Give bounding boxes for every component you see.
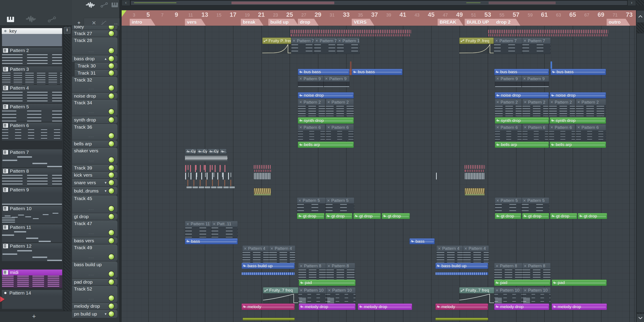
pattern-clip-pattern-7[interactable]: ✕Pattern 7 — [522, 37, 550, 54]
collapse-down-icon[interactable]: ▼ — [104, 181, 107, 184]
pattern-clip-pattern-6[interactable]: ✕Pattern 6 — [549, 124, 575, 141]
mute-led[interactable] — [108, 141, 115, 147]
pattern-clip-pattern-4[interactable]: ✕Pattern 4 — [463, 245, 489, 262]
pattern-item-header-key[interactable]: key — [2, 28, 62, 34]
collapse-down-icon[interactable]: ▼ — [104, 312, 107, 316]
audio-clip-gt-drop[interactable]: gt drop — [353, 213, 381, 219]
mute-led[interactable] — [108, 172, 115, 178]
timeline-marker-outro[interactable]: outro — [607, 19, 630, 26]
add-pattern-button[interactable]: + — [29, 313, 39, 321]
audio-clip-bus-bass[interactable]: bus bass — [550, 69, 606, 75]
pattern-clip-pattern-2[interactable]: ✕Pattern 2 — [298, 99, 325, 116]
picker-info-button[interactable]: I — [64, 27, 70, 34]
audio-clip-gt-drop[interactable]: gt drop — [495, 213, 521, 219]
pattern-clip-header[interactable]: ✕Pattern 8 — [494, 263, 522, 269]
pattern-clip-header[interactable]: ✕Patt..11 — [211, 221, 238, 227]
timeline-ruler[interactable]: 3579111315171921232527293133353739414345… — [122, 10, 636, 26]
audio-clip-bass-build-up[interactable]: bass build up — [435, 263, 488, 269]
timeline-marker-vers[interactable]: vers — [185, 19, 206, 26]
audio-clip-noise-drop[interactable]: noise drop — [550, 92, 606, 99]
pattern-clip-pattern-5[interactable]: ✕Pattern 5 — [297, 197, 326, 213]
automation-clip-header[interactable]: Fruity P..freq — [262, 37, 291, 44]
automation-clip-fruity-7-freq[interactable]: Fruity..7 freq — [459, 287, 494, 304]
audio-clip-noise-drop[interactable]: noise drop — [495, 92, 549, 99]
audio-clip-gt-drop[interactable]: gt drop — [550, 213, 577, 219]
playlist-grid[interactable]: Fruity P..freq✕Pattern 7✕Pattern 7✕Patte… — [122, 26, 636, 322]
pattern-clip-header[interactable]: ✕Pattern 5 — [297, 197, 326, 204]
pattern-clip-header[interactable]: ✕Pattern 2 — [576, 99, 606, 105]
pattern-clip-header[interactable]: ✕Pattern 9 — [324, 75, 350, 82]
audio-clip-synth-drop[interactable]: synth drop — [298, 117, 354, 124]
track-row-shaker-vers[interactable]: shaker vers... — [72, 148, 118, 164]
pattern-clip-pattern-7[interactable]: ✕Pattern 7 — [314, 37, 337, 54]
tick-clip[interactable] — [254, 165, 271, 172]
pattern-clip-header[interactable]: ✕Pattern 8 — [298, 263, 326, 269]
automation-clip-fruity-p-freq[interactable]: Fruity P..freq — [459, 37, 494, 54]
pattern-clip-header[interactable]: ✕Pattern 9 — [298, 75, 324, 82]
mute-led[interactable] — [108, 132, 115, 139]
audio-clip-melody-drop[interactable]: melody drop — [552, 304, 607, 310]
mute-led[interactable] — [108, 47, 115, 54]
pattern-clip-pattern-7[interactable]: ✕Pattern 7 — [291, 37, 314, 54]
audio-clip-melody[interactable]: melody — [435, 304, 488, 310]
pattern-clip-header[interactable]: ✕Pattern 10 — [298, 287, 326, 293]
pattern-clip-pattern-2[interactable]: ✕Pattern 2 — [576, 99, 606, 116]
pattern-clip-header[interactable]: ✕Pattern 7 — [522, 37, 550, 44]
snare-hits[interactable] — [188, 180, 231, 188]
audio-clip-melody[interactable]: melody — [242, 304, 295, 310]
pattern-clip-pattern-5[interactable]: ✕Pattern 5 — [522, 197, 549, 213]
waveform-strip-clip[interactable] — [435, 272, 488, 275]
track-row-noise-drop[interactable]: noise drop — [72, 93, 118, 99]
track-row-snare-vers[interactable]: snare vers▼ — [72, 179, 118, 186]
tick-clip[interactable] — [465, 165, 485, 172]
pattern-clip-header[interactable]: ✕Pattern 9 — [522, 75, 549, 82]
pattern-clip-header[interactable]: ✕Pattern 6 — [495, 124, 522, 131]
track-row-synth-drop[interactable]: synth drop — [72, 116, 118, 124]
clip-strip[interactable] — [242, 318, 295, 321]
mute-led[interactable] — [108, 237, 115, 244]
pattern-preview-pattern-7[interactable] — [2, 155, 62, 167]
pattern-preview-pattern-11[interactable] — [2, 230, 62, 243]
waveform-strip-clip[interactable] — [242, 272, 295, 275]
pattern-item-header-pattern-10[interactable]: Pattern 10 — [2, 206, 62, 211]
pattern-clip-pattern-8[interactable]: ✕Pattern 8 — [298, 263, 326, 282]
pattern-clip-header[interactable]: ✕Pattern 10 — [494, 287, 522, 293]
pattern-preview-pattern-4[interactable] — [2, 91, 62, 103]
track-row-kick-vers[interactable]: kick vers — [72, 172, 118, 178]
pattern-clip-header[interactable]: ✕Pattern 2 — [549, 99, 575, 105]
track-row-foley[interactable]: foley — [72, 26, 118, 30]
audio-mode-icon[interactable] — [86, 2, 95, 9]
horizontal-scroll-thumb[interactable] — [130, 0, 628, 5]
audio-clip-synth-drop[interactable]: synth drop — [495, 117, 549, 124]
pattern-clip-pattern-6[interactable]: ✕Pattern 6 — [522, 124, 548, 141]
pattern-clip-header[interactable]: ✕Pattern 4 — [463, 245, 489, 252]
pattern-clip-pattern-2[interactable]: ✕Pattern 2 — [522, 99, 548, 116]
audio-clip-bus-bass[interactable]: bus bass — [352, 69, 402, 75]
audio-clip-melody-drop[interactable]: melody drop — [299, 304, 356, 310]
scroll-down-button[interactable] — [636, 314, 644, 322]
mute-led[interactable] — [108, 229, 115, 236]
pattern-preview-pattern-8[interactable] — [2, 174, 62, 186]
pattern-clip-header[interactable]: ✕Pattern 4 — [436, 245, 463, 252]
pattern-item-header-pattern-4[interactable]: Pattern 4 — [2, 85, 62, 91]
vertical-scrollbar[interactable] — [636, 10, 644, 322]
pattern-clip-header[interactable]: ✕Pattern 8 — [326, 263, 355, 269]
mute-led[interactable] — [108, 179, 115, 186]
drum-roll-clip[interactable] — [254, 188, 271, 196]
timeline-marker-build-up[interactable]: build up — [268, 19, 298, 26]
audio-clip-[interactable]: .. — [220, 149, 226, 154]
add-track-button[interactable]: + — [75, 20, 83, 26]
pattern-clip-header[interactable]: ✕Pattern 5 — [326, 197, 354, 204]
mute-led[interactable] — [108, 55, 115, 62]
pattern-clip-pattern-6[interactable]: ✕Pattern 6 — [326, 124, 354, 141]
pattern-item-header-pattern-12[interactable]: Pattern 12 — [2, 243, 62, 249]
pattern-preview-pattern-2[interactable] — [2, 53, 62, 66]
track-row-track-27[interactable]: Track 27 — [72, 30, 118, 37]
automation-clip-fruity-p-freq[interactable]: Fruity P..freq — [262, 37, 291, 54]
mute-led[interactable] — [108, 26, 115, 30]
pattern-item-header-midi[interactable]: midi — [2, 270, 62, 275]
mute-led[interactable] — [108, 303, 115, 310]
pattern-preview-pattern-12[interactable] — [2, 249, 62, 261]
pattern-clip-header[interactable]: ✕Pattern 9 — [495, 75, 522, 82]
pattern-clip-header[interactable]: ✕Pattern 11 — [185, 221, 211, 227]
